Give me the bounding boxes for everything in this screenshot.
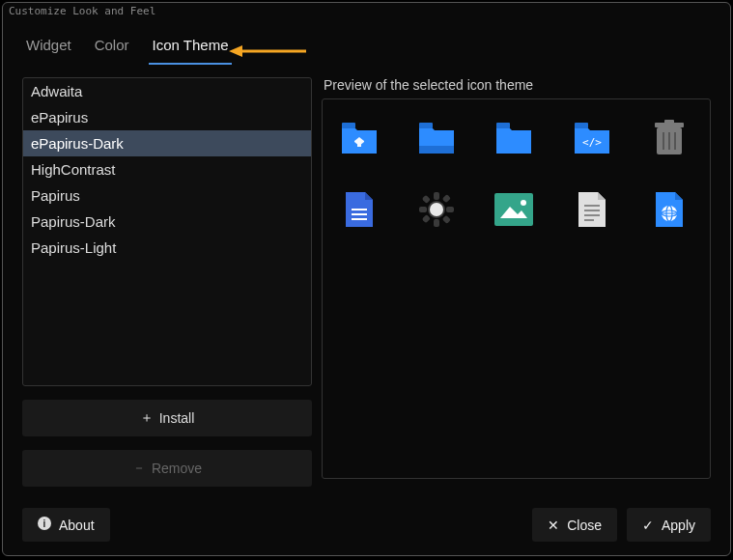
folder-desktop-icon <box>417 119 456 157</box>
html-file-icon <box>650 190 689 229</box>
remove-label: Remove <box>152 461 202 476</box>
list-item[interactable]: HighContrast <box>23 156 311 182</box>
svg-rect-23 <box>442 215 451 224</box>
tab-widget[interactable]: Widget <box>22 29 75 65</box>
info-icon: i <box>38 517 51 533</box>
list-item[interactable]: Adwaita <box>23 78 311 104</box>
list-item[interactable]: Papirus-Dark <box>23 209 311 235</box>
preview-box: </> <box>322 98 711 479</box>
svg-rect-3 <box>419 123 433 128</box>
install-button[interactable]: ＋ Install <box>22 400 312 436</box>
trash-icon <box>650 119 689 157</box>
close-icon: ✕ <box>548 518 559 533</box>
svg-rect-10 <box>664 120 674 124</box>
svg-point-29 <box>521 200 526 206</box>
svg-rect-6 <box>575 123 588 128</box>
check-icon: ✓ <box>642 518 654 533</box>
tab-color[interactable]: Color <box>91 29 133 65</box>
svg-rect-19 <box>434 219 439 227</box>
svg-rect-27 <box>494 193 533 226</box>
list-item[interactable]: Papirus <box>23 182 311 209</box>
tab-icon-theme[interactable]: Icon Theme <box>149 29 233 65</box>
document-icon <box>340 190 379 229</box>
close-button[interactable]: ✕ Close <box>532 508 617 542</box>
install-label: Install <box>159 410 195 426</box>
svg-text:i: i <box>43 518 46 529</box>
apply-label: Apply <box>662 518 695 533</box>
svg-rect-24 <box>442 194 451 203</box>
folder-code-icon: </> <box>573 119 611 157</box>
about-button[interactable]: i About <box>22 508 110 542</box>
remove-button[interactable]: － Remove <box>22 450 312 487</box>
svg-rect-2 <box>342 123 355 128</box>
folder-home-icon <box>340 119 379 157</box>
svg-rect-18 <box>434 192 439 200</box>
svg-text:</>: </> <box>582 136 602 149</box>
svg-rect-20 <box>419 207 427 212</box>
text-file-icon <box>573 190 611 229</box>
about-label: About <box>59 518 95 533</box>
tab-bar: Widget Color Icon Theme <box>22 29 711 66</box>
folder-icon <box>494 119 533 157</box>
svg-rect-22 <box>422 195 431 204</box>
minus-icon: － <box>132 460 146 477</box>
svg-rect-4 <box>419 146 454 154</box>
window-title: Customize Look and Feel <box>3 3 730 19</box>
list-item[interactable]: ePapirus <box>23 104 311 130</box>
svg-rect-21 <box>446 207 454 212</box>
plus-icon: ＋ <box>140 409 154 427</box>
svg-point-26 <box>430 203 443 216</box>
theme-list[interactable]: Adwaita ePapirus ePapirus-Dark HighContr… <box>22 77 312 386</box>
image-icon <box>494 190 533 229</box>
apply-button[interactable]: ✓ Apply <box>627 508 711 542</box>
close-label: Close <box>567 518 602 533</box>
svg-rect-25 <box>422 214 431 223</box>
svg-rect-5 <box>496 123 510 128</box>
list-item[interactable]: Papirus-Light <box>23 235 311 261</box>
settings-gear-icon <box>417 190 456 229</box>
list-item[interactable]: ePapirus-Dark <box>23 130 311 156</box>
preview-label: Preview of the selected icon theme <box>322 77 711 93</box>
